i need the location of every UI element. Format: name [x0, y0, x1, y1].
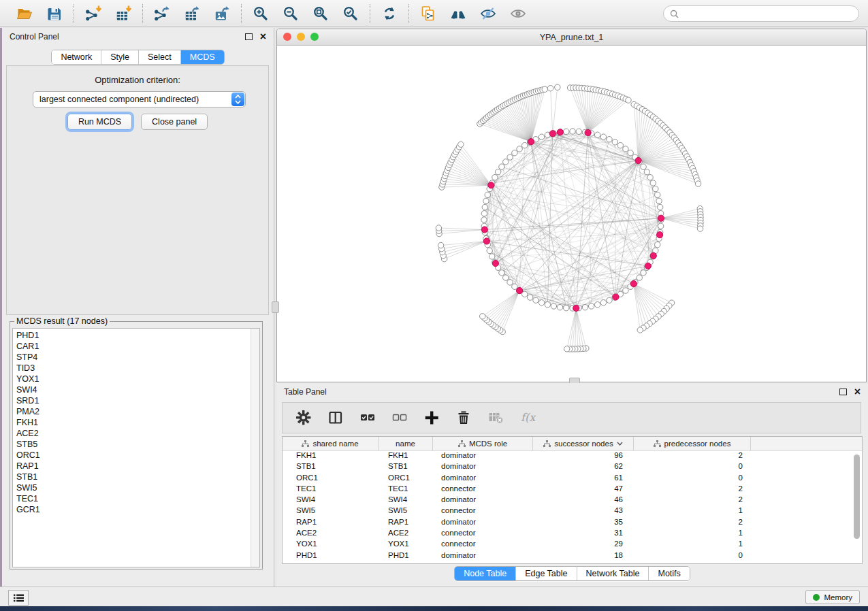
column-header-successor-nodes[interactable]: successor nodes	[533, 437, 634, 450]
mcds-result-node[interactable]: TEC1	[16, 493, 259, 504]
cell: RAP1	[283, 518, 379, 529]
tab-node-table[interactable]: Node Table	[455, 567, 516, 580]
search-input[interactable]	[683, 8, 852, 19]
cell: TEC1	[283, 484, 379, 495]
zoom-in-button[interactable]	[251, 4, 270, 23]
table-row[interactable]: YOX1YOX1connector291	[283, 540, 862, 550]
mcds-result-node[interactable]: GCR1	[16, 504, 259, 515]
mcds-result-node[interactable]: SWI5	[16, 482, 259, 493]
table-row[interactable]: PHD1PHD1dominator180	[283, 551, 862, 562]
control-panel-tabbar: NetworkStyleSelectMCDS	[51, 50, 224, 65]
table-row[interactable]: SWI5SWI5connector431	[283, 506, 862, 517]
open-file-button[interactable]	[15, 4, 34, 23]
column-header-predecessor-nodes[interactable]: predecessor nodes	[634, 437, 751, 450]
show-columns-button[interactable]	[327, 409, 344, 427]
memory-button[interactable]: Memory	[805, 590, 860, 604]
tab-edge-table[interactable]: Edge Table	[516, 567, 577, 580]
result-list-scrollbar[interactable]	[251, 329, 259, 567]
column-header-MCDS-role[interactable]: MCDS role	[433, 437, 533, 450]
export-image-button[interactable]	[212, 4, 231, 23]
table-mode-button[interactable]	[295, 409, 312, 427]
task-history-button[interactable]	[8, 590, 29, 606]
mcds-result-node[interactable]: CAR1	[16, 341, 259, 352]
table-scrollbar-thumb[interactable]	[854, 455, 860, 539]
mcds-result-node[interactable]: TID3	[16, 363, 259, 374]
vertical-splitter-handle[interactable]	[272, 301, 279, 313]
tab-mcds[interactable]: MCDS	[181, 50, 224, 64]
column-label: predecessor nodes	[664, 440, 731, 448]
table-row[interactable]: STB1STB1dominator620	[283, 462, 862, 473]
close-table-panel-icon[interactable]: ×	[854, 388, 861, 396]
table-row[interactable]: FKH1FKH1dominator962	[283, 451, 862, 462]
mcds-result-title: MCDS result (17 nodes)	[14, 316, 110, 326]
mcds-result-node[interactable]: STB5	[16, 439, 259, 450]
mcds-result-node[interactable]: ORC1	[16, 450, 259, 461]
show-all-button[interactable]	[509, 4, 528, 23]
cell: PHD1	[283, 551, 379, 562]
mcds-result-node[interactable]: PMA2	[16, 406, 259, 417]
window-minimize-icon[interactable]	[297, 33, 305, 41]
close-panel-icon[interactable]: ×	[260, 33, 266, 41]
mcds-result-node[interactable]: RAP1	[16, 461, 259, 472]
window-close-icon[interactable]	[283, 33, 291, 41]
mcds-result-node[interactable]: STB1	[16, 472, 259, 482]
table-row[interactable]: RAP1RAP1dominator352	[283, 518, 862, 529]
tab-motifs[interactable]: Motifs	[649, 567, 689, 580]
cell: STB1	[379, 462, 433, 473]
zoom-out-button[interactable]	[281, 4, 300, 23]
window-maximize-icon[interactable]	[310, 33, 319, 41]
import-network-button[interactable]	[84, 4, 103, 23]
delete-column-button[interactable]	[455, 409, 472, 427]
tab-select[interactable]: Select	[139, 50, 181, 64]
table-body: FKH1FKH1dominator962STB1STB1dominator620…	[283, 451, 862, 562]
cell: connector	[433, 484, 533, 495]
mcds-result-node[interactable]: YOX1	[16, 374, 259, 384]
refresh-layout-button[interactable]	[380, 4, 399, 23]
save-session-button[interactable]	[45, 4, 64, 23]
float-table-panel-icon[interactable]	[839, 389, 847, 395]
mcds-result-list[interactable]: PHD1CAR1STP4TID3YOX1SWI4SRD1PMA2FKH1ACE2…	[12, 328, 260, 567]
clone-network-button[interactable]	[419, 4, 438, 23]
mcds-result-node[interactable]: STP4	[16, 352, 259, 363]
shared-column-icon	[302, 440, 309, 448]
cell: 2	[634, 495, 751, 506]
select-all-button[interactable]	[359, 409, 376, 427]
import-table-button[interactable]	[114, 4, 133, 23]
control-panel-tabs: NetworkStyleSelectMCDS	[2, 50, 274, 65]
column-header-shared-name[interactable]: shared name	[283, 437, 379, 450]
table-panel-tabs: Node TableEdge TableNetwork TableMotifs	[276, 566, 868, 581]
mcds-result-node[interactable]: ACE2	[16, 428, 259, 439]
deselect-all-button[interactable]	[391, 409, 408, 427]
optimization-criterion-select[interactable]: largest connected component (undirected)	[33, 91, 246, 108]
search-box[interactable]	[663, 5, 859, 22]
mcds-result-node[interactable]: SWI4	[16, 384, 259, 395]
table-row[interactable]: SWI4SWI4dominator462	[283, 495, 862, 506]
column-header-name[interactable]: name	[379, 437, 433, 450]
zoom-selected-button[interactable]	[341, 4, 360, 23]
run-mcds-button[interactable]: Run MCDS	[67, 114, 132, 130]
table-row[interactable]: ORC1ORC1dominator610	[283, 474, 862, 484]
export-table-icon	[184, 5, 200, 22]
search-network-icon	[450, 5, 466, 22]
hide-selection-button[interactable]	[479, 4, 498, 23]
export-table-button[interactable]	[182, 4, 202, 23]
mcds-result-node[interactable]: FKH1	[16, 417, 259, 428]
export-network-button[interactable]	[152, 4, 172, 23]
new-column-button[interactable]	[423, 409, 440, 427]
table-row[interactable]: ACE2ACE2connector311	[283, 529, 862, 540]
mcds-result-node[interactable]: PHD1	[16, 330, 259, 341]
node-table: shared namenameMCDS rolesuccessor nodesp…	[282, 436, 863, 564]
mcds-result-node[interactable]: SRD1	[16, 395, 259, 406]
table-panel: Table Panel × f(x) shared namenameMCDS r…	[276, 383, 868, 587]
table-row[interactable]: TEC1TEC1connector472	[283, 484, 862, 495]
network-canvas[interactable]	[277, 46, 866, 382]
close-panel-button[interactable]: Close panel	[141, 114, 208, 130]
float-panel-icon[interactable]	[245, 33, 253, 40]
zoom-fit-button[interactable]	[311, 4, 330, 23]
cell: dominator	[433, 551, 533, 562]
search-network-button[interactable]	[449, 4, 468, 23]
tab-network-table[interactable]: Network Table	[577, 567, 649, 580]
show-all-icon	[510, 5, 526, 22]
tab-network[interactable]: Network	[52, 50, 101, 64]
tab-style[interactable]: Style	[101, 50, 139, 64]
